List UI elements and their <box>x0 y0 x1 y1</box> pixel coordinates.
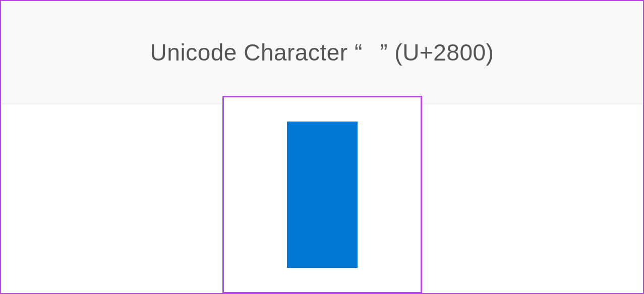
glyph-rendering <box>287 122 358 268</box>
title-suffix: ” (U+2800) <box>380 39 494 66</box>
page-title: Unicode Character “⠀” (U+2800) <box>150 39 494 66</box>
header-section: Unicode Character “⠀” (U+2800) <box>1 1 643 104</box>
title-char: ⠀ <box>363 39 380 66</box>
glyph-preview-box <box>222 96 422 293</box>
title-prefix: Unicode Character “ <box>150 39 363 66</box>
page-frame: Unicode Character “⠀” (U+2800) <box>0 0 644 294</box>
